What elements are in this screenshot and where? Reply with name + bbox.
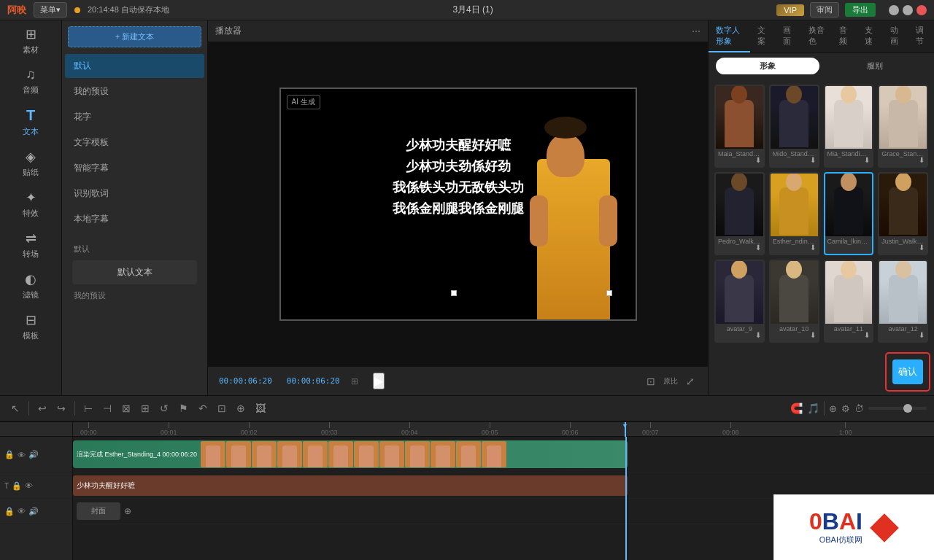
fullscreen-button[interactable]: ⤢: [684, 373, 697, 389]
audio-icon-toolbar: 🎵: [807, 402, 819, 414]
confirm-button[interactable]: 确认: [892, 359, 923, 384]
select-tool[interactable]: ↖: [7, 400, 23, 416]
nav-item-local-subtitle[interactable]: 本地字幕: [65, 207, 204, 231]
nav-item-lyrics[interactable]: 识别歌词: [65, 182, 204, 206]
tab-canvas[interactable]: 画面: [776, 20, 801, 52]
selection-handle-bottom: [451, 290, 457, 296]
nav-item-my-preset[interactable]: 我的预设: [65, 79, 204, 104]
avatar-card-esther[interactable]: Esther_nding_4 ⬇: [769, 172, 819, 255]
nav-item-fancy[interactable]: 花字: [65, 105, 204, 129]
watermark-logo-i: I: [856, 508, 862, 534]
split-button[interactable]: ⊢: [80, 400, 96, 416]
tab-audio[interactable]: 音频: [832, 20, 857, 52]
preview-more-icon[interactable]: ⋯: [692, 26, 700, 36]
thumb-1: [201, 441, 225, 467]
video-thumbnails: [201, 441, 628, 467]
zoom-slider[interactable]: [868, 407, 927, 410]
redo-button[interactable]: ↪: [53, 400, 69, 416]
time-total: 00:00:06:20: [287, 376, 340, 386]
aspect-ratio-button[interactable]: 原比: [661, 373, 680, 389]
close-button[interactable]: [916, 5, 927, 15]
avatar-card-mia[interactable]: Mia_Standing_4 ⬇: [824, 85, 874, 168]
tab-script[interactable]: 文案: [750, 20, 776, 52]
sidebar-item-template[interactable]: ⊟ 模板: [0, 306, 61, 347]
tab-animation[interactable]: 动画: [883, 20, 908, 52]
prev-frame-button[interactable]: ↶: [195, 400, 211, 416]
track3-volume-icon[interactable]: 🔊: [28, 507, 39, 516]
avatar-card-justin[interactable]: Justin_Walking_2 ⬇: [878, 172, 928, 255]
review-button[interactable]: 审阅: [810, 2, 839, 18]
audio-icon: ♫: [26, 67, 36, 82]
thumb-10: [431, 441, 455, 467]
sidebar-item-transition[interactable]: ⇌ 转场: [0, 225, 61, 265]
avatar-name-camila: Camila_lking_1: [825, 236, 873, 246]
avatar-card-pedro[interactable]: Pedro_Walking_1 ⬇: [714, 172, 765, 255]
main-area: ⊞ 素材 ♫ 音频 T 文本 ◈ 贴纸 ✦ 特效 ⇌ 转场 ◐ 滤镜 ⊟ 模板: [0, 20, 934, 395]
sidebar-item-sticker[interactable]: ◈ 贴纸: [0, 143, 61, 184]
thumb-4: [277, 441, 302, 467]
avatar-card-11[interactable]: avatar_11 ⬇: [824, 260, 874, 343]
avatar-card-10[interactable]: avatar_10 ⬇: [769, 260, 819, 343]
video-clip[interactable]: 渲染完成 Esther_Standing_4 00:00:06:20: [73, 440, 628, 468]
nav-item-text-template[interactable]: 文字模板: [65, 131, 204, 155]
sidebar-item-media[interactable]: ⊞ 素材: [0, 20, 61, 61]
track2-lock-icon[interactable]: 🔒: [12, 481, 22, 491]
avatar-card-maia[interactable]: Maia_Standing_4 ⬇: [714, 85, 765, 168]
filter-icon: ◐: [25, 271, 36, 287]
avatar-card-9[interactable]: avatar_9 ⬇: [714, 260, 765, 343]
play-button[interactable]: ▶: [373, 373, 385, 389]
tab-digital-avatar[interactable]: 数字人形象: [709, 20, 750, 52]
cover-add-icon[interactable]: ⊕: [124, 506, 131, 516]
loop-button[interactable]: ↺: [156, 400, 172, 416]
track1-volume-icon[interactable]: 🔊: [28, 450, 39, 459]
settings-icon[interactable]: ⚙: [841, 403, 850, 414]
marker-button[interactable]: ⚑: [175, 400, 192, 416]
sticker-icon: ◈: [26, 149, 36, 165]
avatar-card-mido[interactable]: Mido_Standing_3 ⬇: [769, 85, 819, 168]
track2-eye-icon[interactable]: 👁: [25, 481, 33, 490]
sub-tab-appearance[interactable]: 形象: [716, 58, 819, 74]
tab-voice[interactable]: 换音色: [801, 20, 832, 52]
undo-button[interactable]: ↩: [34, 400, 50, 416]
sidebar-item-text[interactable]: T 文本: [0, 101, 61, 143]
maximize-button[interactable]: [903, 5, 913, 15]
menu-button[interactable]: 菜单▾: [34, 2, 67, 18]
magnet-icon: 🧲: [790, 402, 803, 414]
cover-clip[interactable]: 封面: [77, 502, 120, 520]
left-sidebar: ⊞ 素材 ♫ 音频 T 文本 ◈ 贴纸 ✦ 特效 ⇌ 转场 ◐ 滤镜 ⊟ 模板: [0, 20, 62, 395]
new-text-button[interactable]: + 新建文本: [68, 26, 201, 47]
thumb-7: [354, 441, 379, 467]
crop-button[interactable]: ⊡: [214, 400, 230, 416]
track1-eye-icon[interactable]: 👁: [18, 451, 26, 459]
avatar-card-camila[interactable]: Camila_lking_1: [824, 172, 874, 255]
export-button[interactable]: 导出: [845, 3, 876, 17]
delete-button[interactable]: ⊠: [118, 400, 134, 416]
snap-toggle[interactable]: ⊕: [829, 403, 837, 414]
track3-lock-icon[interactable]: 🔒: [4, 507, 15, 516]
duplicate-button[interactable]: ⊞: [137, 400, 153, 416]
avatar-card-12[interactable]: avatar_12 ⬇: [878, 260, 928, 343]
default-text-preset[interactable]: 默认文本: [72, 260, 197, 284]
playhead-line: [625, 437, 627, 560]
track1-lock-icon[interactable]: 🔒: [4, 450, 15, 459]
text-clip[interactable]: 少林功夫醒好好嗻: [73, 475, 628, 496]
sidebar-item-effect[interactable]: ✦ 特效: [0, 184, 61, 225]
tab-adjust[interactable]: 调节: [908, 20, 934, 52]
sidebar-item-audio[interactable]: ♫ 音频: [0, 61, 61, 101]
minimize-button[interactable]: [889, 5, 899, 15]
add-button[interactable]: ⊕: [233, 400, 249, 416]
sidebar-item-filter[interactable]: ◐ 滤镜: [0, 265, 61, 306]
sub-tab-costume[interactable]: 服别: [823, 58, 927, 74]
tab-speed[interactable]: 支速: [857, 20, 883, 52]
nav-item-default[interactable]: 默认: [65, 54, 204, 78]
media-import-button[interactable]: 🖼: [252, 400, 269, 416]
nav-item-smart-subtitle[interactable]: 智能字幕: [65, 156, 204, 180]
ruler-mark-5: 00:05: [482, 422, 498, 437]
vip-button[interactable]: VIP: [776, 4, 804, 16]
split-right-button[interactable]: ⊣: [99, 400, 115, 416]
preset-text-label: 默认文本: [117, 267, 153, 277]
avatar-card-grace[interactable]: Grace_Standing_4 ⬇: [878, 85, 928, 168]
top-bar-right: VIP 审阅 导出: [776, 2, 927, 18]
track3-eye-icon[interactable]: 👁: [18, 507, 26, 516]
fit-screen-button[interactable]: ⊡: [644, 373, 657, 389]
